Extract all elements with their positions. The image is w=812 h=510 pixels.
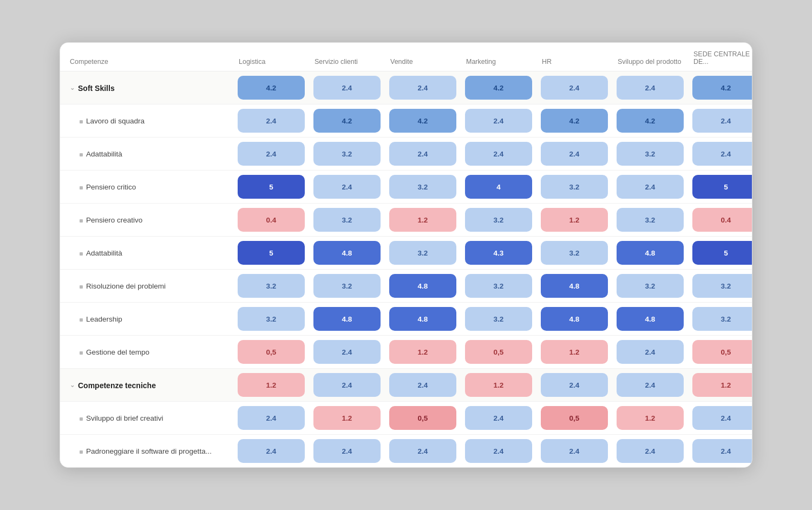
label-cell: Leadership bbox=[60, 303, 233, 336]
cell-value-badge: 3.2 bbox=[465, 208, 532, 232]
cell-value-badge: 2.4 bbox=[617, 439, 684, 463]
cell-value-badge: 2.4 bbox=[692, 109, 752, 133]
value-cell: 2.4 bbox=[688, 104, 752, 138]
bullet-icon bbox=[80, 351, 83, 355]
cell-value-badge: 3.2 bbox=[238, 307, 305, 331]
value-cell: 3.2 bbox=[612, 270, 688, 303]
group-label-text: Soft Skills bbox=[78, 84, 115, 93]
cell-value-badge: 2.4 bbox=[389, 373, 456, 397]
value-cell: 0,5 bbox=[461, 336, 536, 369]
cell-value-badge: 2.4 bbox=[617, 373, 684, 397]
value-cell: 3.2 bbox=[233, 270, 309, 303]
cell-value-badge: 3.2 bbox=[465, 274, 532, 298]
cell-value-badge: 2.4 bbox=[692, 142, 752, 166]
cell-value-badge: 4.2 bbox=[389, 109, 456, 133]
bullet-icon bbox=[80, 120, 83, 123]
cell-value-badge: 4.3 bbox=[465, 241, 532, 265]
sub-label-text: Pensiero critico bbox=[86, 183, 136, 191]
cell-value-badge: 3.2 bbox=[313, 142, 381, 166]
group-row: ⌄Competenze tecniche1.22.42.41.22.42.41.… bbox=[60, 369, 752, 402]
value-cell: 4.8 bbox=[536, 270, 612, 303]
value-cell: 4.8 bbox=[612, 303, 688, 336]
sub-label-text: Gestione del tempo bbox=[86, 348, 149, 356]
value-cell: 2.4 bbox=[536, 435, 612, 468]
label-cell: Risoluzione dei problemi bbox=[60, 270, 233, 303]
group-label-text: Competenze tecniche bbox=[78, 381, 156, 390]
value-cell: 1.2 bbox=[536, 336, 612, 369]
value-cell: 2.4 bbox=[688, 402, 752, 435]
label-cell[interactable]: ⌄Soft Skills bbox=[60, 71, 233, 104]
header-vendite: Vendite bbox=[385, 43, 461, 71]
cell-value-badge: 3.2 bbox=[617, 142, 684, 166]
value-cell: 2.4 bbox=[612, 171, 688, 204]
cell-value-badge: 2.4 bbox=[389, 76, 456, 100]
cell-value-badge: 2.4 bbox=[389, 439, 456, 463]
sub-label-text: Leadership bbox=[86, 315, 122, 323]
cell-value-badge: 3.2 bbox=[617, 208, 684, 232]
value-cell: 2.4 bbox=[461, 104, 536, 138]
cell-value-badge: 4.8 bbox=[389, 274, 456, 298]
value-cell: 2.4 bbox=[385, 369, 461, 402]
value-cell: 2.4 bbox=[612, 71, 688, 104]
value-cell: 0.4 bbox=[233, 204, 309, 237]
value-cell: 3.2 bbox=[309, 138, 385, 171]
value-cell: 2.4 bbox=[309, 435, 385, 468]
label-cell: Padroneggiare il software di progetta... bbox=[60, 435, 233, 468]
label-cell[interactable]: ⌄Competenze tecniche bbox=[60, 369, 233, 402]
cell-value-badge: 2.4 bbox=[617, 340, 684, 364]
value-cell: 4.8 bbox=[612, 237, 688, 270]
cell-value-badge: 1.2 bbox=[541, 208, 608, 232]
value-cell: 0.4 bbox=[688, 204, 752, 237]
value-cell: 3.2 bbox=[461, 204, 536, 237]
table-wrapper: Competenze Logistica Servizio clienti Ve… bbox=[60, 43, 752, 467]
sub-row: Leadership3.24.84.83.24.84.83.2 bbox=[60, 303, 752, 336]
value-cell: 4.2 bbox=[385, 104, 461, 138]
sub-label-text: Pensiero creativo bbox=[86, 216, 142, 224]
value-cell: 2.4 bbox=[309, 336, 385, 369]
header-sede-centrale: SEDE CENTRALE DE... bbox=[688, 43, 752, 71]
cell-value-badge: 2.4 bbox=[541, 142, 608, 166]
value-cell: 2.4 bbox=[536, 138, 612, 171]
sub-row: Pensiero critico52.43.243.22.45 bbox=[60, 171, 752, 204]
sub-row: Lavoro di squadra2.44.24.22.44.24.22.4 bbox=[60, 104, 752, 138]
value-cell: 4.2 bbox=[309, 104, 385, 138]
value-cell: 3.2 bbox=[385, 171, 461, 204]
cell-value-badge: 1.2 bbox=[617, 406, 684, 430]
group-toggle[interactable]: ⌄Soft Skills bbox=[70, 84, 115, 93]
cell-value-badge: 2.4 bbox=[465, 439, 532, 463]
value-cell: 3.2 bbox=[461, 270, 536, 303]
cell-value-badge: 3.2 bbox=[465, 307, 532, 331]
header-logistica: Logistica bbox=[233, 43, 309, 71]
value-cell: 2.4 bbox=[309, 71, 385, 104]
group-toggle[interactable]: ⌄Competenze tecniche bbox=[70, 381, 156, 390]
header-servizio-clienti: Servizio clienti bbox=[309, 43, 385, 71]
value-cell: 1.2 bbox=[461, 369, 536, 402]
value-cell: 0,5 bbox=[233, 336, 309, 369]
value-cell: 3.2 bbox=[233, 303, 309, 336]
value-cell: 2.4 bbox=[385, 71, 461, 104]
value-cell: 4.8 bbox=[385, 270, 461, 303]
cell-value-badge: 3.2 bbox=[238, 274, 305, 298]
cell-value-badge: 4.8 bbox=[617, 241, 684, 265]
cell-value-badge: 2.4 bbox=[238, 406, 305, 430]
sub-label-text: Lavoro di squadra bbox=[86, 117, 145, 125]
value-cell: 3.2 bbox=[688, 303, 752, 336]
value-cell: 2.4 bbox=[612, 369, 688, 402]
bullet-icon bbox=[80, 219, 83, 223]
main-card: Competenze Logistica Servizio clienti Ve… bbox=[60, 42, 752, 468]
value-cell: 2.4 bbox=[233, 138, 309, 171]
header-row: Competenze Logistica Servizio clienti Ve… bbox=[60, 43, 752, 71]
sub-row: Padroneggiare il software di progetta...… bbox=[60, 435, 752, 468]
cell-value-badge: 3.2 bbox=[313, 208, 381, 232]
value-cell: 2.4 bbox=[385, 138, 461, 171]
cell-value-badge: 5 bbox=[238, 241, 305, 265]
value-cell: 2.4 bbox=[233, 435, 309, 468]
value-cell: 2.4 bbox=[461, 138, 536, 171]
cell-value-badge: 1.2 bbox=[541, 340, 608, 364]
cell-value-badge: 2.4 bbox=[617, 175, 684, 199]
cell-value-badge: 0,5 bbox=[465, 340, 532, 364]
value-cell: 4 bbox=[461, 171, 536, 204]
cell-value-badge: 2.4 bbox=[238, 109, 305, 133]
value-cell: 2.4 bbox=[309, 171, 385, 204]
sub-row: Sviluppo di brief creativi2.41.20,52.40,… bbox=[60, 402, 752, 435]
